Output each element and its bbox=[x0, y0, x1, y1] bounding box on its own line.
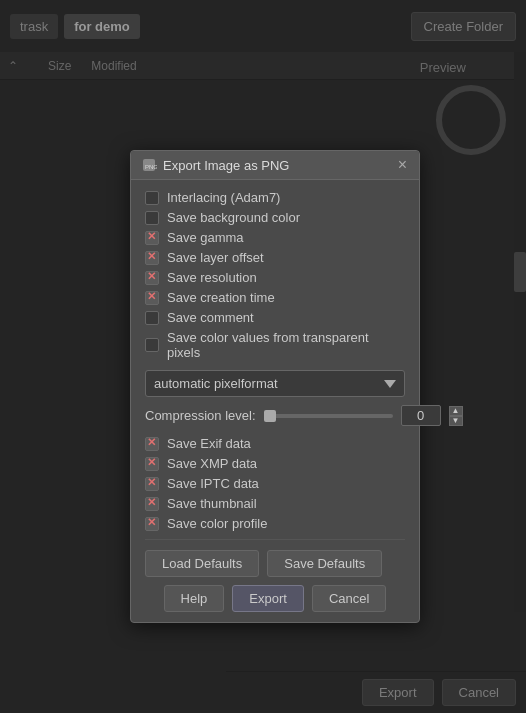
checkbox-save_color_profile[interactable] bbox=[145, 517, 159, 531]
compression-row: Compression level: ▲ ▼ bbox=[145, 405, 405, 426]
label-save_bg: Save background color bbox=[167, 210, 300, 225]
dialog-title-text: Export Image as PNG bbox=[163, 158, 289, 173]
checkbox-save_resolution[interactable] bbox=[145, 271, 159, 285]
checkbox-save_comment[interactable] bbox=[145, 311, 159, 325]
compression-up-button[interactable]: ▲ bbox=[449, 406, 463, 416]
checkbox-save_iptc[interactable] bbox=[145, 477, 159, 491]
checkbox-row-save_comment: Save comment bbox=[145, 310, 405, 325]
checkbox-row-save_color_values: Save color values from transparent pixel… bbox=[145, 330, 405, 360]
checkbox-row-save_iptc: Save IPTC data bbox=[145, 476, 405, 491]
label-save_resolution: Save resolution bbox=[167, 270, 257, 285]
checkbox-save_gamma[interactable] bbox=[145, 231, 159, 245]
label-save_creation: Save creation time bbox=[167, 290, 275, 305]
checkbox-save_color_values[interactable] bbox=[145, 338, 159, 352]
pixelformat-select[interactable]: automatic pixelformat 8bpc RGB 8bpc RGBA… bbox=[145, 370, 405, 397]
checkbox-row-save_thumbnail: Save thumbnail bbox=[145, 496, 405, 511]
action-btn-row: Help Export Cancel bbox=[145, 585, 405, 612]
label-save_offset: Save layer offset bbox=[167, 250, 264, 265]
checkbox-row-save_resolution: Save resolution bbox=[145, 270, 405, 285]
checkbox-row-save_offset: Save layer offset bbox=[145, 250, 405, 265]
checkbox-save_offset[interactable] bbox=[145, 251, 159, 265]
checkbox-save_exif[interactable] bbox=[145, 437, 159, 451]
compression-spinners: ▲ ▼ bbox=[449, 406, 463, 426]
label-save_iptc: Save IPTC data bbox=[167, 476, 259, 491]
main-checkboxes: Interlacing (Adam7)Save background color… bbox=[145, 190, 405, 360]
checkbox-row-save_xmp: Save XMP data bbox=[145, 456, 405, 471]
checkbox-save_bg[interactable] bbox=[145, 211, 159, 225]
export-png-dialog: PNG Export Image as PNG × Interlacing (A… bbox=[130, 150, 420, 623]
label-save_exif: Save Exif data bbox=[167, 436, 251, 451]
label-save_color_values: Save color values from transparent pixel… bbox=[167, 330, 405, 360]
checkbox-row-interlacing: Interlacing (Adam7) bbox=[145, 190, 405, 205]
defaults-btn-row: Load Defaults Save Defaults bbox=[145, 550, 405, 577]
label-save_gamma: Save gamma bbox=[167, 230, 244, 245]
svg-text:PNG: PNG bbox=[145, 164, 157, 170]
checkbox-save_creation[interactable] bbox=[145, 291, 159, 305]
label-save_color_profile: Save color profile bbox=[167, 516, 267, 531]
label-interlacing: Interlacing (Adam7) bbox=[167, 190, 280, 205]
save-defaults-button[interactable]: Save Defaults bbox=[267, 550, 382, 577]
label-save_comment: Save comment bbox=[167, 310, 254, 325]
label-save_thumbnail: Save thumbnail bbox=[167, 496, 257, 511]
label-save_xmp: Save XMP data bbox=[167, 456, 257, 471]
help-button[interactable]: Help bbox=[164, 585, 225, 612]
divider bbox=[145, 539, 405, 540]
checkbox-interlacing[interactable] bbox=[145, 191, 159, 205]
compression-value-input[interactable] bbox=[401, 405, 441, 426]
checkbox-row-save_color_profile: Save color profile bbox=[145, 516, 405, 531]
checkbox-save_thumbnail[interactable] bbox=[145, 497, 159, 511]
checkbox-save_xmp[interactable] bbox=[145, 457, 159, 471]
checkbox-row-save_gamma: Save gamma bbox=[145, 230, 405, 245]
checkbox-row-save_bg: Save background color bbox=[145, 210, 405, 225]
compression-down-button[interactable]: ▼ bbox=[449, 416, 463, 426]
dialog-close-button[interactable]: × bbox=[396, 157, 409, 173]
dialog-titlebar: PNG Export Image as PNG × bbox=[131, 151, 419, 180]
meta-checkboxes: Save Exif dataSave XMP dataSave IPTC dat… bbox=[145, 436, 405, 531]
dialog-title: PNG Export Image as PNG bbox=[141, 157, 289, 173]
checkbox-row-save_creation: Save creation time bbox=[145, 290, 405, 305]
checkbox-row-save_exif: Save Exif data bbox=[145, 436, 405, 451]
compression-label: Compression level: bbox=[145, 408, 256, 423]
pixelformat-dropdown-row: automatic pixelformat 8bpc RGB 8bpc RGBA… bbox=[145, 370, 405, 397]
png-icon: PNG bbox=[141, 157, 157, 173]
export-button[interactable]: Export bbox=[232, 585, 304, 612]
dialog-body: Interlacing (Adam7)Save background color… bbox=[131, 180, 419, 622]
cancel-button[interactable]: Cancel bbox=[312, 585, 386, 612]
load-defaults-button[interactable]: Load Defaults bbox=[145, 550, 259, 577]
compression-slider[interactable] bbox=[264, 414, 393, 418]
